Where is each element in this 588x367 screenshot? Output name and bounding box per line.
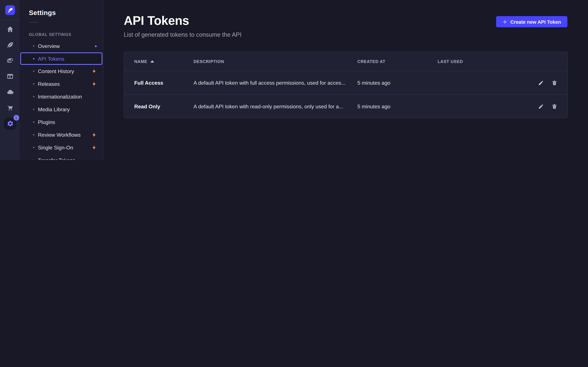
settings-badge: 1: [13, 115, 19, 121]
home-icon[interactable]: [6, 25, 14, 33]
table-row-full-access[interactable]: Full Access A default API token with ful…: [124, 71, 567, 94]
token-created-at: 5 minutes ago: [357, 80, 438, 86]
page-subtitle: List of generated tokens to consume the …: [124, 32, 568, 38]
bullet-icon: [33, 147, 35, 148]
main-content: API Tokens List of generated tokens to c…: [104, 0, 588, 160]
lightning-bolt-icon: [91, 144, 97, 150]
sidebar-item-media-library[interactable]: Media Library: [20, 103, 103, 116]
token-created-at: 5 minutes ago: [357, 103, 438, 109]
section-global-settings: GLOBAL SETTINGS Overview API Tokens Cont…: [20, 32, 103, 160]
rail-icon-list: 1: [0, 20, 20, 127]
content-type-builder-icon[interactable]: [6, 73, 14, 80]
row-actions: [523, 103, 557, 109]
bullet-icon: [33, 159, 35, 160]
sidebar-title: Settings: [20, 0, 103, 17]
bullet-icon: [33, 83, 35, 85]
token-description: A default API token with read-only permi…: [194, 103, 357, 109]
bullet-icon: [33, 121, 35, 123]
row-actions: [523, 80, 557, 86]
bullet-icon: [33, 109, 35, 110]
marketplace-cart-icon[interactable]: [6, 104, 14, 112]
logo-cell: [0, 0, 20, 20]
section-label: GLOBAL SETTINGS: [20, 32, 103, 37]
settings-gear-icon[interactable]: 1: [4, 118, 16, 130]
page-header: API Tokens List of generated tokens to c…: [124, 14, 568, 38]
sidebar-divider: [29, 22, 38, 22]
bullet-icon: [33, 70, 35, 72]
settings-sub-nav: Settings GLOBAL SETTINGS Overview API To…: [20, 0, 103, 160]
edit-pencil-icon[interactable]: [538, 103, 544, 109]
bullet-icon: [33, 45, 35, 47]
lightning-bolt-icon: [91, 81, 97, 87]
sidebar-item-releases[interactable]: Releases: [20, 77, 103, 90]
sidebar-item-single-sign-on[interactable]: Single Sign-On: [20, 141, 103, 154]
lightning-bolt-icon: [91, 68, 97, 74]
sidebar-item-internationalization[interactable]: Internationalization: [20, 90, 103, 103]
main-nav-rail: 1 KD: [0, 0, 20, 160]
token-description: A default API token with full access per…: [194, 80, 357, 86]
lightning-bolt-icon: [91, 132, 97, 138]
sidebar-item-review-workflows[interactable]: Review Workflows: [20, 129, 103, 141]
media-library-icon[interactable]: [6, 57, 14, 64]
delete-trash-icon[interactable]: [551, 80, 557, 86]
plus-icon: [502, 19, 507, 24]
sort-asc-icon: [150, 60, 154, 63]
sidebar-item-api-tokens[interactable]: API Tokens: [20, 52, 102, 65]
bullet-icon: [33, 58, 35, 59]
token-name: Read Only: [134, 103, 194, 109]
token-name: Full Access: [134, 80, 194, 86]
strapi-logo-icon[interactable]: [5, 5, 15, 15]
strapi-settings-page: 1 KD Settings GLOBAL SETTINGS Overview A…: [0, 0, 588, 160]
edit-pencil-icon[interactable]: [538, 80, 544, 86]
column-header-created-at[interactable]: CREATED AT: [357, 59, 438, 64]
sidebar-item-transfer-tokens[interactable]: Transfer Tokens: [20, 154, 103, 160]
sidebar-item-content-history[interactable]: Content History: [20, 65, 103, 77]
bullet-icon: [33, 134, 35, 135]
column-header-name[interactable]: NAME: [134, 59, 194, 64]
delete-trash-icon[interactable]: [551, 103, 557, 109]
sidebar-item-overview[interactable]: Overview: [20, 40, 103, 52]
table-row-read-only[interactable]: Read Only A default API token with read-…: [124, 94, 567, 118]
cloud-icon[interactable]: [6, 88, 14, 96]
table-header-row: NAME DESCRIPTION CREATED AT LAST USED: [124, 52, 567, 71]
notification-dot-icon: [95, 45, 97, 47]
feather-icon[interactable]: [6, 41, 14, 49]
column-header-description[interactable]: DESCRIPTION: [194, 59, 357, 64]
bullet-icon: [33, 96, 35, 97]
column-header-last-used[interactable]: LAST USED: [438, 59, 523, 64]
create-api-token-button[interactable]: Create new API Token: [496, 16, 567, 27]
sidebar-item-plugins[interactable]: Plugins: [20, 116, 103, 128]
api-tokens-table: NAME DESCRIPTION CREATED AT LAST USED Fu…: [124, 52, 568, 118]
